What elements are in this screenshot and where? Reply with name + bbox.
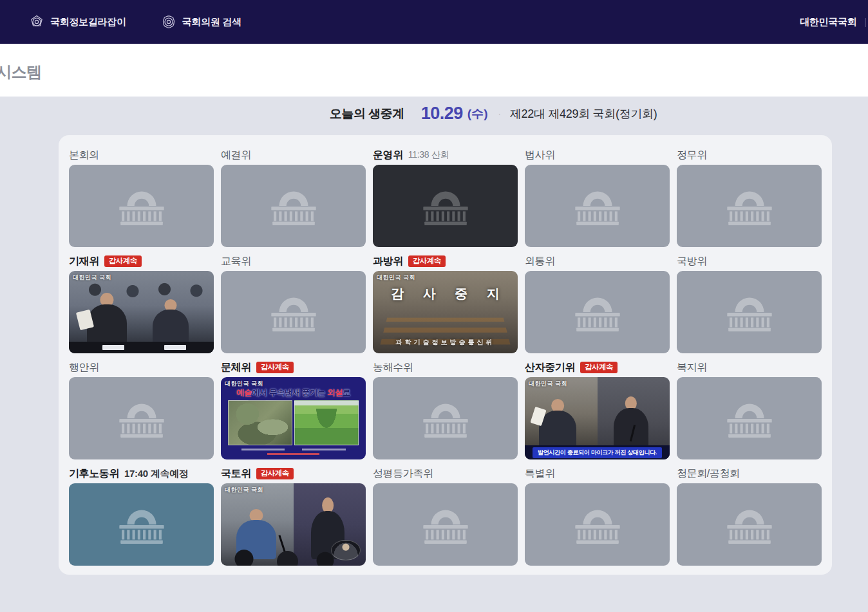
assembly-building-icon	[718, 187, 781, 225]
assembly-building-icon	[110, 505, 173, 544]
committee-label: 성평등가족위	[373, 467, 433, 481]
committee-cell: 예결위	[221, 145, 366, 247]
assembly-emblem-icon	[29, 14, 44, 30]
session-time-text: 11:38 산회	[408, 149, 449, 161]
top-navigation-bar: 국회정보길라잡이 국회의원 검색 대한민국국회 |	[0, 0, 868, 44]
committee-label: 국방위	[677, 255, 707, 268]
assembly-emblem-icon	[161, 14, 176, 30]
committee-label: 농해수위	[373, 361, 413, 375]
audit-continuing-badge: 감사계속	[580, 362, 618, 373]
live-weekday: (수)	[467, 106, 488, 122]
committee-video-tile[interactable]	[373, 483, 518, 566]
audit-suspended-overlay: 감 사 중 지	[373, 285, 518, 302]
committee-cell: 법사위	[525, 145, 670, 247]
national-assembly-link[interactable]: 대한민국국회	[800, 16, 856, 28]
committee-video-tile[interactable]: 예술에서 무속냄새 풍기는 외설로대한민국 국회	[221, 377, 366, 459]
speaker-silhouette	[87, 293, 127, 347]
committee-video-tile[interactable]	[69, 165, 214, 247]
committee-video-tile[interactable]	[373, 165, 518, 247]
assembly-building-icon	[414, 399, 477, 438]
committee-label: 문체위	[221, 361, 251, 375]
committee-cell: 과방위 감사계속 감 사 중 지과학기술정보방송통신위대한민국 국회	[373, 252, 518, 353]
committee-label: 행안위	[69, 361, 99, 375]
committee-label: 본회의	[69, 149, 99, 162]
committee-video-tile[interactable]	[525, 165, 670, 247]
mic-off-caption-band: 발언시간이 종료되어 마이크가 꺼진 상태입니다.	[525, 445, 670, 459]
nav-link-label: 국회정보길라잡이	[50, 16, 126, 28]
committee-label: 예결위	[221, 149, 251, 162]
assembly-watermark: 대한민국 국회	[73, 274, 111, 282]
session-title: 제22대 제429회 국회(정기회)	[510, 106, 657, 122]
committee-cell: 기재위 감사계속 대한민국 국회	[69, 252, 214, 353]
committee-cell: 교육위	[221, 252, 366, 353]
committee-cell: 행안위	[69, 358, 214, 459]
assembly-watermark: 대한민국 국회	[225, 486, 263, 494]
slide-caption-line	[241, 449, 285, 450]
mic-off-caption: 발언시간이 종료되어 마이크가 꺼진 상태입니다.	[533, 447, 662, 458]
committee-cell: 본회의	[69, 145, 214, 247]
committee-cell: 국토위 감사계속 대한민국 국회	[221, 464, 366, 566]
slide-title-part: 에서 무속냄새 풍기는	[252, 388, 327, 397]
committee-cell: 정무위	[677, 145, 822, 247]
assembly-building-icon	[110, 399, 173, 438]
committee-cell: 청문회/공청회	[677, 464, 822, 566]
committee-video-tile[interactable]	[525, 483, 670, 566]
committee-label: 법사위	[525, 149, 555, 162]
slide-title-part: 외설	[327, 388, 343, 397]
assembly-building-icon	[110, 187, 173, 225]
committee-video-tile[interactable]	[373, 377, 518, 459]
speaker-silhouette	[614, 396, 648, 450]
committee-cell: 외통위	[525, 252, 670, 353]
committee-cell: 운영위 11:38 산회	[373, 145, 518, 247]
assembly-watermark: 대한민국 국회	[529, 380, 567, 388]
committee-video-tile[interactable]	[677, 165, 822, 247]
committee-video-tile[interactable]: 감 사 중 지과학기술정보방송통신위대한민국 국회	[373, 271, 518, 353]
committee-video-tile[interactable]: 대한민국 국회	[221, 483, 366, 566]
nameplate	[164, 345, 186, 350]
speaker-silhouette	[153, 299, 189, 347]
committee-grid: 본회의 예결위	[69, 145, 822, 566]
committee-label: 정무위	[677, 149, 707, 162]
desk-bar	[69, 342, 214, 353]
page-header: 시스템 오늘의 생중계 10.29 (수) · 제22대 제429회 국회(정기…	[0, 44, 868, 97]
slide-title: 예술에서 무속냄새 풍기는 외설로	[221, 387, 366, 398]
nav-member-search[interactable]: 국회의원 검색	[161, 14, 241, 30]
committee-video-tile[interactable]	[69, 483, 214, 566]
nav-assembly-info-guide[interactable]: 국회정보길라잡이	[29, 14, 126, 30]
assembly-building-icon	[718, 293, 781, 331]
committee-video-tile[interactable]	[525, 271, 670, 353]
slide-title-part: 로	[343, 388, 350, 397]
committee-video-tile[interactable]	[69, 377, 214, 459]
slide-title-part: 예술	[236, 388, 252, 397]
committee-video-tile[interactable]: 발언시간이 종료되어 마이크가 꺼진 상태입니다.대한민국 국회	[525, 377, 670, 459]
assembly-building-icon	[262, 293, 325, 331]
committee-label: 과방위	[373, 255, 403, 268]
committee-label: 외통위	[525, 255, 555, 268]
assembly-building-icon	[262, 187, 325, 225]
dot-separator: ·	[498, 109, 501, 118]
topbar-right-group: 대한민국국회 |	[800, 16, 868, 28]
committee-label: 운영위	[373, 149, 403, 162]
audit-continuing-badge: 감사계속	[256, 362, 294, 373]
committee-cell: 국방위	[677, 252, 822, 353]
audit-continuing-badge: 감사계속	[104, 255, 142, 267]
room-caption: 과학기술정보방송통신위	[373, 338, 518, 347]
slide-caption-line	[267, 453, 319, 455]
committee-cell: 산자중기위 감사계속 발언시간이 종료되어 마이크가 꺼진 상태입니다.대한민국…	[525, 358, 670, 459]
committee-video-tile[interactable]	[677, 377, 822, 459]
committee-label: 국토위	[221, 467, 251, 481]
audit-continuing-badge: 감사계속	[256, 468, 294, 479]
assembly-building-icon	[718, 505, 781, 544]
committee-video-tile[interactable]	[221, 165, 366, 247]
live-label: 오늘의 생중계	[330, 106, 404, 122]
site-logo-partial[interactable]: 시스템	[0, 62, 42, 82]
nameplate	[102, 345, 124, 350]
assembly-watermark: 대한민국 국회	[225, 380, 263, 388]
committee-video-tile[interactable]	[221, 271, 366, 353]
live-broadcast-card: 본회의 예결위	[59, 135, 832, 575]
committee-video-tile[interactable]	[677, 271, 822, 353]
committee-cell: 농해수위	[373, 358, 518, 459]
committee-video-tile[interactable]	[677, 483, 822, 566]
committee-label: 기재위	[69, 255, 99, 268]
committee-video-tile[interactable]: 대한민국 국회	[69, 271, 214, 353]
